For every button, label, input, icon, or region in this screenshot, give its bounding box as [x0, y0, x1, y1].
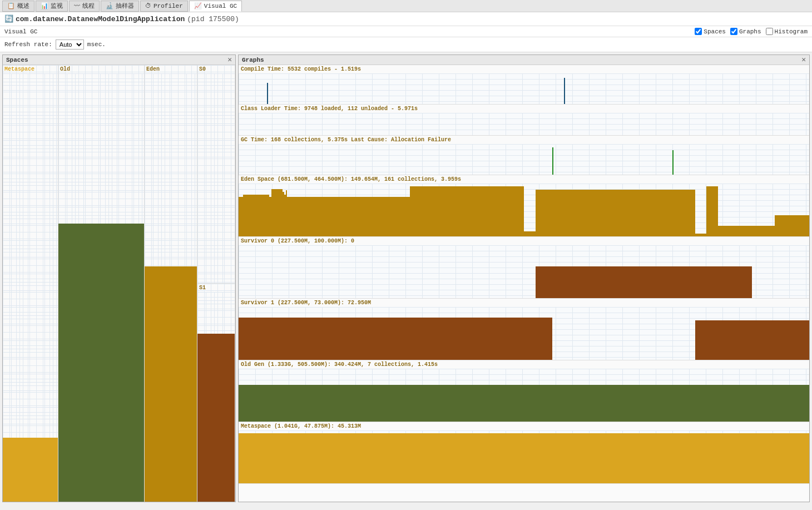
main-content: Spaces ✕ Metaspace Old Eden	[0, 52, 812, 504]
metaspace-section: Metaspace (1.041G, 47.875M): 45.313M	[239, 422, 809, 484]
graphs-panel: Graphs ✕ Compile Time: 5532 compiles - 1…	[238, 55, 810, 502]
subtitle-label: Visual GC	[4, 28, 37, 35]
metaspace-area	[3, 73, 58, 502]
overview-icon: 📋	[7, 2, 15, 9]
eden-label: Eden	[145, 65, 197, 73]
survivor1-section: Survivor 1 (227.500M, 73.000M): 72.950M	[239, 299, 809, 360]
tab-overview[interactable]: 📋 概述	[2, 1, 34, 12]
histogram-checkbox-label[interactable]: Histogram	[766, 28, 808, 35]
survivor0-section: Survivor 0 (227.500M, 100.000M): 0	[239, 237, 809, 299]
classloader-section: Class Loader Time: 9748 loaded, 112 unlo…	[239, 105, 809, 136]
graphs-content[interactable]: Compile Time: 5532 compiles - 1.519s Cla…	[239, 65, 809, 502]
checkboxes-group: Spaces Graphs Histogram	[695, 28, 808, 35]
tab-bar: 📋 概述 📊 监视 〰 线程 🔬 抽样器 ⏱ Profiler 📈 Visual…	[0, 0, 812, 12]
eden-area	[145, 73, 197, 502]
monitor-icon: 📊	[41, 2, 48, 9]
compile-spike-1	[267, 83, 268, 105]
tab-visualgc-label: Visual GC	[204, 3, 237, 9]
s0-column: S0	[197, 65, 235, 284]
metaspace-graph	[239, 430, 809, 483]
spaces-grid: Metaspace Old Eden	[3, 65, 235, 502]
graphs-panel-title: Graphs	[242, 57, 264, 63]
s1-fill	[197, 334, 235, 502]
survivor1-graph	[239, 307, 809, 360]
spaces-panel-title: Spaces	[6, 57, 28, 63]
compile-title: Compile Time: 5532 compiles - 1.519s	[239, 65, 809, 73]
oldgen-section: Old Gen (1.333G, 505.500M): 340.424M, 7 …	[239, 360, 809, 422]
refresh-select[interactable]: Auto 1000 2000 5000	[56, 39, 84, 49]
tab-monitor-label: 监视	[51, 2, 63, 10]
tab-sampler-label: 抽样器	[116, 2, 134, 10]
eden-column: Eden	[145, 65, 197, 502]
gc-section: GC Time: 168 collections, 5.375s Last Ca…	[239, 136, 809, 175]
metaspace-fill	[3, 438, 58, 502]
sub-title-bar: Visual GC Spaces Graphs Histogram	[0, 26, 812, 37]
metaspace-label: Metaspace	[3, 65, 58, 73]
app-title: com.datanew.DatanewModelDingApplication	[16, 15, 185, 23]
histogram-checkbox[interactable]	[766, 28, 773, 35]
s0-label: S0	[197, 65, 235, 73]
tab-sampler[interactable]: 🔬 抽样器	[101, 1, 139, 12]
sampler-icon: 🔬	[106, 2, 113, 9]
oldgen-graph	[239, 369, 809, 422]
gc-title: GC Time: 168 collections, 5.375s Last Ca…	[239, 136, 809, 144]
refresh-label: Refresh rate:	[4, 41, 52, 48]
tab-profiler-label: Profiler	[154, 3, 183, 9]
survivor0-graph	[239, 245, 809, 298]
refresh-bar: Refresh rate: Auto 1000 2000 5000 msec.	[0, 37, 812, 52]
compile-graph	[239, 73, 809, 104]
oldgen-title: Old Gen (1.333G, 505.500M): 340.424M, 7 …	[239, 360, 809, 369]
title-icon: 🔄	[4, 14, 13, 23]
tab-profiler[interactable]: ⏱ Profiler	[140, 1, 188, 12]
spaces-cb-text: Spaces	[704, 28, 726, 35]
survivor1-title: Survivor 1 (227.500M, 73.000M): 72.950M	[239, 299, 809, 307]
gc-spike-2	[672, 150, 674, 175]
tab-thread-label: 线程	[82, 2, 95, 10]
eden-section: Eden Space (681.500M, 464.500M): 149.654…	[239, 175, 809, 237]
graphs-checkbox-label[interactable]: Graphs	[730, 28, 761, 35]
spaces-panel: Spaces ✕ Metaspace Old Eden	[2, 55, 236, 502]
classloader-graph	[239, 113, 809, 135]
graphs-checkbox[interactable]	[730, 28, 737, 35]
metaspace-column: Metaspace	[3, 65, 58, 502]
s1-area	[197, 292, 235, 502]
graphs-panel-header: Graphs ✕	[239, 55, 809, 65]
old-fill	[58, 224, 144, 502]
histogram-cb-text: Histogram	[775, 28, 808, 35]
survivor0-title: Survivor 0 (227.500M, 100.000M): 0	[239, 237, 809, 245]
spaces-checkbox-label[interactable]: Spaces	[695, 28, 726, 35]
old-column: Old	[58, 65, 145, 502]
tab-thread[interactable]: 〰 线程	[69, 1, 100, 12]
spaces-checkbox[interactable]	[695, 28, 702, 35]
survivor-columns: S0 S1	[197, 65, 235, 502]
eden-fill	[145, 266, 197, 502]
gc-spike-1	[552, 147, 553, 175]
compile-spike-2	[564, 78, 565, 104]
metaspace-graph-title: Metaspace (1.041G, 47.875M): 45.313M	[239, 422, 809, 430]
graphs-panel-close[interactable]: ✕	[801, 56, 806, 63]
profiler-icon: ⏱	[145, 2, 151, 9]
app-pid: (pid 175500)	[187, 15, 239, 23]
old-label: Old	[58, 65, 144, 73]
spaces-panel-header: Spaces ✕	[3, 55, 235, 65]
classloader-title: Class Loader Time: 9748 loaded, 112 unlo…	[239, 105, 809, 113]
s0-area	[197, 73, 235, 283]
tab-monitor[interactable]: 📊 监视	[36, 1, 68, 12]
old-area	[58, 73, 144, 502]
tab-overview-label: 概述	[17, 2, 29, 10]
graphs-cb-text: Graphs	[739, 28, 761, 35]
refresh-unit: msec.	[87, 41, 106, 48]
s1-column: S1	[197, 284, 235, 502]
eden-graph	[239, 184, 809, 236]
eden-graph-title: Eden Space (681.500M, 464.500M): 149.654…	[239, 175, 809, 184]
visualgc-icon: 📈	[194, 2, 202, 9]
title-bar: 🔄 com.datanew.DatanewModelDingApplicatio…	[0, 12, 812, 26]
compile-section: Compile Time: 5532 compiles - 1.519s	[239, 65, 809, 105]
s1-label: S1	[197, 284, 235, 292]
thread-icon: 〰	[74, 2, 80, 9]
tab-visualgc[interactable]: 📈 Visual GC	[189, 1, 242, 12]
spaces-panel-close[interactable]: ✕	[227, 56, 232, 63]
gc-graph	[239, 144, 809, 175]
